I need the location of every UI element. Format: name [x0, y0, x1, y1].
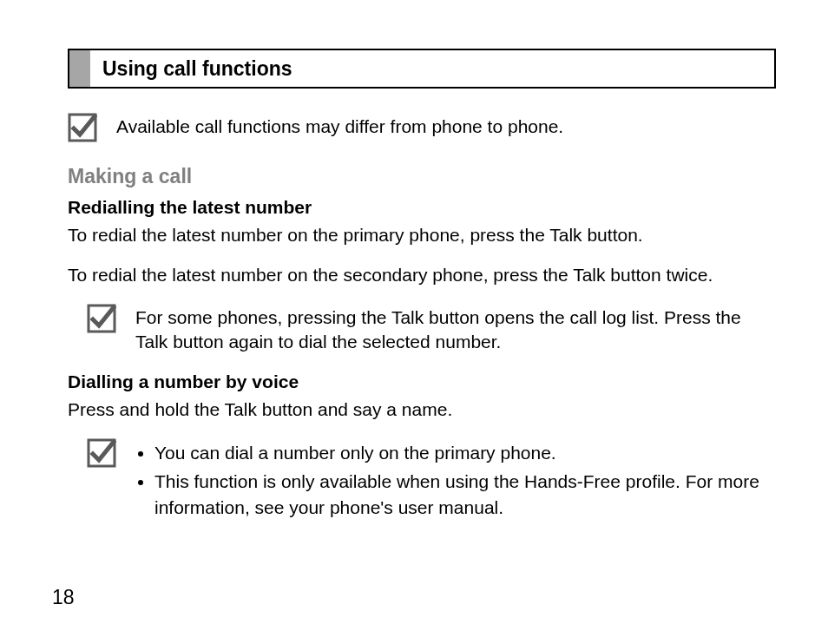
checkmark-box-icon — [87, 438, 116, 468]
section-tab — [69, 50, 90, 87]
note-call-log: For some phones, pressing the Talk butto… — [68, 304, 776, 355]
note-availability-text: Available call functions may differ from… — [116, 113, 563, 139]
voice-bullet-2: This function is only available when usi… — [154, 469, 776, 520]
checkmark-box-icon — [68, 113, 97, 142]
section-title: Using call functions — [90, 50, 774, 87]
note-voice: You can dial a number only on the primar… — [68, 438, 776, 523]
text-voice-instruction: Press and hold the Talk button and say a… — [68, 398, 776, 422]
note-voice-list: You can dial a number only on the primar… — [135, 438, 776, 523]
text-redial-primary: To redial the latest number on the prima… — [68, 223, 776, 247]
voice-bullet-1: You can dial a number only on the primar… — [154, 440, 776, 465]
text-redial-secondary: To redial the latest number on the secon… — [68, 263, 776, 287]
manual-page: Using call functions Available call func… — [0, 0, 828, 644]
note-call-log-text: For some phones, pressing the Talk butto… — [135, 304, 776, 355]
heading-voice-dial: Dialling a number by voice — [68, 371, 776, 392]
section-header: Using call functions — [68, 49, 776, 89]
page-number: 18 — [52, 586, 75, 609]
note-availability: Available call functions may differ from… — [68, 113, 776, 142]
heading-redialling: Redialling the latest number — [68, 197, 776, 218]
heading-making-a-call: Making a call — [68, 165, 776, 188]
checkmark-box-icon — [87, 304, 116, 333]
